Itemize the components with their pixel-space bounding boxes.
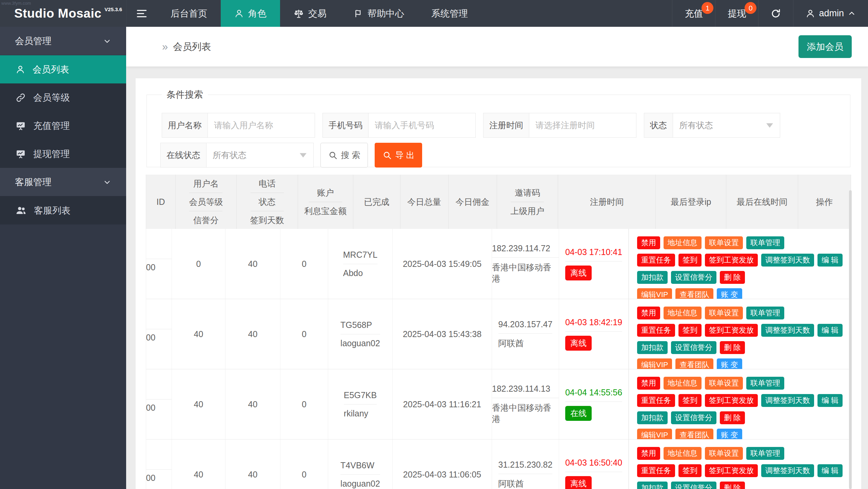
refresh-button[interactable] bbox=[758, 0, 793, 27]
sidebar-item-label: 会员列表 bbox=[33, 63, 69, 76]
action-button-调整签到天数[interactable]: 调整签到天数 bbox=[761, 464, 814, 477]
action-button-地址信息[interactable]: 地址信息 bbox=[664, 377, 702, 390]
app-title: Studio Mosaic bbox=[14, 6, 101, 21]
action-button-删除[interactable]: 删 除 bbox=[720, 341, 745, 354]
action-button-联单设置[interactable]: 联单设置 bbox=[705, 377, 743, 390]
search-status-select[interactable]: 所有状态 bbox=[673, 113, 780, 138]
search-button[interactable]: 搜 索 bbox=[320, 143, 368, 168]
action-button-签到工资发放[interactable]: 签到工资发放 bbox=[705, 324, 758, 337]
action-button-禁用[interactable]: 禁用 bbox=[637, 307, 660, 319]
action-button-调整签到天数[interactable]: 调整签到天数 bbox=[761, 394, 814, 407]
action-button-重置任务[interactable]: 重置任务 bbox=[637, 324, 675, 337]
users-icon bbox=[16, 205, 26, 216]
tab-角色[interactable]: 角色 bbox=[221, 0, 280, 27]
tab-系统管理[interactable]: 系统管理 bbox=[418, 0, 481, 27]
tab-帮助中心[interactable]: 帮助中心 bbox=[340, 0, 418, 27]
cell-divider bbox=[498, 333, 553, 334]
sidebar-item-会员等级[interactable]: 会员等级 bbox=[0, 83, 126, 112]
action-button-设置信誉分[interactable]: 设置信誉分 bbox=[671, 411, 716, 424]
action-button-禁用[interactable]: 禁用 bbox=[637, 377, 660, 390]
action-button-联单管理[interactable]: 联单管理 bbox=[746, 377, 784, 390]
search-username-input[interactable] bbox=[208, 113, 315, 138]
action-button-设置信誉分[interactable]: 设置信誉分 bbox=[671, 482, 716, 489]
column-header-label: 邀请码 bbox=[515, 187, 540, 198]
search-row-2: 在线状态所有状态 搜 索 导 出 bbox=[160, 143, 422, 168]
action-button-加扣款[interactable]: 加扣款 bbox=[637, 341, 668, 354]
action-button-账变[interactable]: 账 变 bbox=[717, 429, 742, 439]
action-button-账变[interactable]: 账 变 bbox=[717, 288, 742, 299]
sidebar-toggle[interactable] bbox=[126, 0, 157, 27]
add-member-button[interactable]: 添加会员 bbox=[798, 35, 852, 58]
tab-交易[interactable]: 交易 bbox=[280, 0, 340, 27]
action-button-联单管理[interactable]: 联单管理 bbox=[746, 236, 784, 249]
sidebar-item-客服列表[interactable]: 客服列表 bbox=[0, 196, 126, 224]
action-button-查看团队[interactable]: 查看团队 bbox=[675, 429, 713, 439]
action-button-账变[interactable]: 账 变 bbox=[717, 358, 742, 369]
action-button-重置任务[interactable]: 重置任务 bbox=[637, 394, 675, 407]
action-button-重置任务[interactable]: 重置任务 bbox=[637, 464, 675, 477]
action-button-加扣款[interactable]: 加扣款 bbox=[637, 482, 668, 489]
action-button-签到工资发放[interactable]: 签到工资发放 bbox=[705, 394, 758, 407]
search-row-1: 用户名称手机号码注册时间状态所有状态 bbox=[162, 113, 780, 138]
recharge-nav[interactable]: 充值 1 bbox=[672, 0, 715, 27]
action-button-编辑VIP[interactable]: 编辑VIP bbox=[637, 358, 672, 369]
search-online-status-select[interactable]: 所有状态 bbox=[206, 143, 314, 168]
sidebar-item-提现管理[interactable]: 提现管理 bbox=[0, 140, 126, 168]
action-button-联单设置[interactable]: 联单设置 bbox=[705, 236, 743, 249]
sidebar-group-会员管理[interactable]: 会员管理 bbox=[0, 27, 126, 55]
action-button-联单管理[interactable]: 联单管理 bbox=[746, 307, 784, 319]
action-button-签到工资发放[interactable]: 签到工资发放 bbox=[705, 254, 758, 267]
action-button-编辑[interactable]: 编 辑 bbox=[817, 324, 843, 337]
action-button-禁用[interactable]: 禁用 bbox=[637, 236, 660, 249]
action-button-签到[interactable]: 签到 bbox=[678, 324, 702, 337]
action-button-联单管理[interactable]: 联单管理 bbox=[746, 447, 784, 460]
action-button-编辑[interactable]: 编 辑 bbox=[817, 464, 843, 477]
action-button-签到[interactable]: 签到 bbox=[678, 254, 702, 267]
user-menu[interactable]: admin bbox=[793, 0, 868, 27]
tab-后台首页[interactable]: 后台首页 bbox=[157, 0, 221, 27]
search-phone-input[interactable] bbox=[369, 113, 476, 138]
action-button-签到工资发放[interactable]: 签到工资发放 bbox=[705, 464, 758, 477]
action-button-加扣款[interactable]: 加扣款 bbox=[637, 271, 668, 284]
action-button-联单设置[interactable]: 联单设置 bbox=[705, 307, 743, 319]
action-line: 重置任务签到签到工资发放调整签到天数编 辑 bbox=[637, 394, 851, 407]
action-button-删除[interactable]: 删 除 bbox=[720, 411, 745, 424]
action-button-重置任务[interactable]: 重置任务 bbox=[637, 254, 675, 267]
action-button-地址信息[interactable]: 地址信息 bbox=[664, 307, 702, 319]
action-button-禁用[interactable]: 禁用 bbox=[637, 447, 660, 460]
action-button-删除[interactable]: 删 除 bbox=[720, 482, 745, 489]
action-button-编辑[interactable]: 编 辑 bbox=[817, 394, 843, 407]
action-button-编辑VIP[interactable]: 编辑VIP bbox=[637, 288, 672, 299]
table-row: 0040400TG568Plaoguan022025-04-03 15:43:3… bbox=[146, 299, 851, 369]
action-button-签到[interactable]: 签到 bbox=[678, 394, 702, 407]
sidebar-item-充值管理[interactable]: 充值管理 bbox=[0, 112, 126, 140]
action-button-调整签到天数[interactable]: 调整签到天数 bbox=[761, 324, 814, 337]
admin-panel: Studio Mosaic V25.3.6 后台首页角色交易帮助中心系统管理 充… bbox=[0, 0, 868, 489]
withdraw-nav[interactable]: 提现 0 bbox=[715, 0, 758, 27]
sidebar-group-客服管理[interactable]: 客服管理 bbox=[0, 168, 126, 196]
cell-clipped: 00 bbox=[146, 439, 172, 489]
table-scrollbar[interactable] bbox=[849, 190, 852, 489]
action-button-设置信誉分[interactable]: 设置信誉分 bbox=[671, 341, 716, 354]
action-button-删除[interactable]: 删 除 bbox=[720, 271, 745, 284]
header-divider bbox=[251, 211, 284, 211]
column-header-label: 签到天数 bbox=[250, 215, 284, 226]
action-button-签到[interactable]: 签到 bbox=[678, 464, 702, 477]
action-button-查看团队[interactable]: 查看团队 bbox=[675, 358, 713, 369]
search-register-time-input[interactable] bbox=[529, 113, 636, 138]
action-button-地址信息[interactable]: 地址信息 bbox=[664, 236, 702, 249]
cell-divider bbox=[344, 404, 377, 405]
action-button-编辑[interactable]: 编 辑 bbox=[817, 254, 843, 267]
export-button[interactable]: 导 出 bbox=[375, 143, 422, 168]
user-icon bbox=[16, 65, 25, 74]
action-button-调整签到天数[interactable]: 调整签到天数 bbox=[761, 254, 814, 267]
action-button-加扣款[interactable]: 加扣款 bbox=[637, 411, 668, 424]
action-button-编辑VIP[interactable]: 编辑VIP bbox=[637, 429, 672, 439]
action-button-联单设置[interactable]: 联单设置 bbox=[705, 447, 743, 460]
action-button-查看团队[interactable]: 查看团队 bbox=[675, 288, 713, 299]
action-line: 加扣款设置信誉分删 除 bbox=[637, 271, 851, 284]
sidebar-item-会员列表[interactable]: 会员列表 bbox=[0, 55, 126, 83]
cell-value: 0 bbox=[302, 470, 307, 480]
action-button-地址信息[interactable]: 地址信息 bbox=[664, 447, 702, 460]
action-button-设置信誉分[interactable]: 设置信誉分 bbox=[671, 271, 716, 284]
